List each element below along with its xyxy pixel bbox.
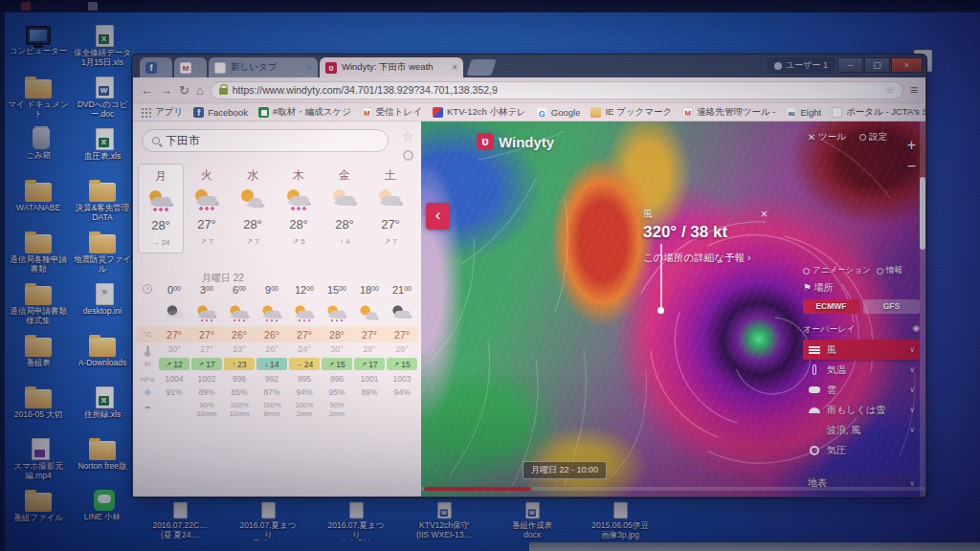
back-button[interactable]: ←	[141, 83, 153, 98]
hourly-column: 600 26° 23° ↑23 996 85% 100%10mm	[223, 284, 256, 419]
desktop-icon[interactable]: コンピューター	[8, 23, 69, 75]
search-input[interactable]	[166, 134, 378, 147]
info-button[interactable]: 情報	[877, 265, 902, 276]
model-button[interactable]: ECMWF	[803, 299, 859, 314]
overlay-item-icon	[809, 386, 820, 393]
hourly-column: 1800 27° 28° ↗17 1001 89%	[353, 284, 386, 419]
file-icon	[25, 183, 52, 202]
weekday-column[interactable]: 水 28° ↗ 7	[230, 164, 276, 253]
browser-tab[interactable]	[174, 57, 207, 77]
bookmark-item[interactable]: ポータル - JCTA's S	[832, 106, 925, 119]
desktop-icon[interactable]: 保全修繕データ 1月15日.xls	[72, 23, 133, 75]
desktop-icon[interactable]: 2016.07.夏まつり#7番組本編…	[224, 499, 312, 549]
chrome-menu-icon[interactable]: ≡	[910, 82, 918, 98]
scrollbar-thumb[interactable]	[920, 177, 925, 250]
reload-button[interactable]: ↻	[179, 83, 189, 98]
bookmark-item[interactable]: IE ブックマーク	[590, 106, 672, 119]
weather-icon	[330, 189, 359, 210]
overlay-menu-item[interactable]: 気圧	[803, 440, 920, 460]
tab-close-icon[interactable]: ×	[306, 62, 312, 73]
browser-tab[interactable]: Windyty: 下田市 weath ×	[320, 57, 463, 77]
desktop-icon[interactable]: 通信局各種申請 書類	[8, 230, 69, 281]
location-search[interactable]	[142, 129, 389, 152]
overlay-item-icon	[813, 364, 816, 375]
desktop-icon[interactable]: LINE 小林	[72, 488, 133, 540]
detail-forecast-link[interactable]: この場所の詳細な予報 ›	[643, 251, 756, 264]
desktop-icon[interactable]: 2016-05 大切	[8, 385, 69, 436]
maximize-button[interactable]: ▢	[864, 57, 890, 73]
overlay-menu-item[interactable]: 気温 ∨	[803, 360, 920, 380]
bookmark-item[interactable]: アプリ	[141, 106, 183, 119]
bookmark-item[interactable]: Google	[537, 107, 581, 118]
forward-button[interactable]: →	[160, 83, 172, 98]
settings-button[interactable]: 設定	[859, 131, 887, 143]
desktop-icon[interactable]: マイ ドキュメント	[8, 75, 69, 126]
weekday-column[interactable]: 木 28° ↗ 5	[276, 164, 322, 253]
desktop-icon[interactable]: 決算&客先管理 DATA	[72, 178, 133, 230]
overlay-menu-item[interactable]: 風 ∨	[803, 340, 920, 360]
bookmark-item[interactable]: 受信トレイ	[362, 106, 422, 119]
profile-button[interactable]: ユーザー 1	[768, 57, 835, 74]
desktop-icon[interactable]: 番組表	[8, 333, 69, 385]
file-icon	[32, 438, 50, 460]
desktop-icon[interactable]: 通信局申請書類 様式集	[8, 281, 69, 333]
popup-close-icon[interactable]: ×	[761, 208, 768, 221]
location-button[interactable]: ⚑ 場所	[803, 281, 920, 295]
bookmark-favicon	[362, 107, 372, 118]
close-button[interactable]: ×	[891, 57, 923, 73]
animation-button[interactable]: アニメーション	[803, 265, 871, 276]
desktop-icon[interactable]: Norton free版	[72, 436, 133, 488]
desktop-icon[interactable]: 住所録.xls	[72, 385, 133, 436]
bookmark-item[interactable]: KTV-12ch 小林テレ	[433, 106, 526, 119]
desktop-icon[interactable]: WATANABE	[8, 178, 69, 230]
desktop-icon[interactable]: 2016.07.夏まつりPR告知別出し	[312, 499, 400, 549]
desktop-icon[interactable]: 血圧表.xls	[72, 126, 133, 178]
weekday-column[interactable]: 月 28° → 24	[138, 164, 184, 253]
file-icon	[349, 502, 363, 518]
hour-wind: →24	[289, 358, 320, 370]
address-bar[interactable]: https://www.windyty.com/34.701/138.929?3…	[211, 81, 903, 99]
new-tab-button[interactable]	[466, 59, 497, 76]
overlay-menu-item[interactable]: 雲 ∨	[803, 380, 920, 400]
desktop-icon[interactable]: スマホ撮影元編.mp4	[8, 436, 69, 488]
desktop-icon[interactable]: A-Downloads	[72, 333, 133, 385]
weekday-column[interactable]: 土 27° ↗ 7	[368, 164, 413, 253]
favorite-star-icon[interactable]: ☆	[402, 129, 413, 143]
desktop-icon[interactable]: 2016.07.22C…(昼 夏24…	[136, 499, 224, 549]
minimize-button[interactable]: –	[837, 57, 863, 73]
overlay-toggle-icon[interactable]: ◉	[912, 323, 920, 336]
desktop-icon[interactable]: desktop.ini	[72, 281, 133, 333]
desktop-icon[interactable]: 地震防災ファイル	[72, 230, 133, 281]
model-button[interactable]: GFS	[863, 299, 920, 314]
wind-map[interactable]: ʋ Windyty ‹ ✕ツール 設定 + − 風 × 320° / 38 kt…	[421, 121, 925, 496]
home-button[interactable]: ⌂	[196, 83, 204, 98]
desktop-icon-label: マイ ドキュメント	[8, 100, 69, 119]
bookmark-item[interactable]: Eight	[786, 107, 821, 118]
tab-close-icon[interactable]: ×	[452, 62, 457, 73]
overlay-menu-item[interactable]: 波浪, 風 ∨	[803, 420, 920, 440]
zoom-in-button[interactable]: +	[907, 135, 916, 156]
file-icon	[96, 77, 114, 99]
collapse-panel-button[interactable]: ‹	[426, 203, 450, 230]
overlay-menu-item[interactable]: 雨もしくは雪 ∨	[803, 400, 920, 420]
timeline-progress[interactable]	[424, 487, 531, 491]
desktop-icon-label: WATANABE	[8, 204, 69, 213]
desktop-icon[interactable]: KTV12ch保守(IIS WXEI-13…	[400, 499, 488, 549]
desktop-icon[interactable]: 番組ファイル	[8, 488, 69, 540]
weekday-column[interactable]: 金 28° ↑ 4	[322, 164, 368, 253]
desktop-icon[interactable]: DVDへのコピー.doc	[72, 75, 133, 126]
desktop-icon[interactable]: ごみ箱	[8, 126, 69, 178]
weekday-column[interactable]: 火 27° ↗ 7	[184, 164, 230, 253]
bookmark-item[interactable]: 連絡先管理ツール -	[682, 106, 775, 119]
bookmark-star-icon[interactable]: ☆	[885, 84, 895, 97]
browser-tab[interactable]	[140, 57, 172, 77]
bookmark-item[interactable]: #取材・編成スケジ	[258, 106, 351, 119]
bookmark-favicon	[433, 107, 443, 118]
scrollbar[interactable]	[920, 121, 925, 496]
gear-icon[interactable]	[403, 150, 413, 161]
zoom-out-button[interactable]: −	[907, 156, 916, 177]
browser-tab[interactable]: 新しいタブ ×	[209, 57, 318, 77]
tools-button[interactable]: ✕ツール	[808, 131, 846, 143]
bookmark-item[interactable]: Facebook	[193, 107, 248, 118]
url-text[interactable]: https://www.windyty.com/34.701/138.929?3…	[233, 84, 880, 96]
